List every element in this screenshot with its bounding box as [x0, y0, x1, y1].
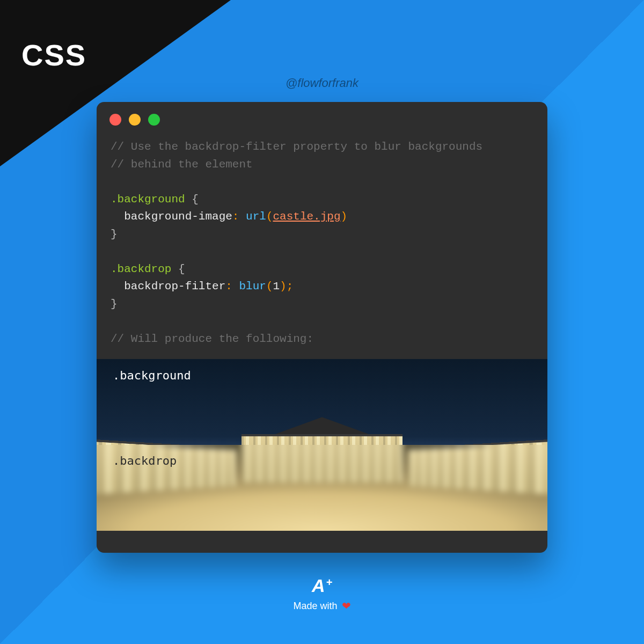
code-paren: )	[280, 280, 287, 292]
made-text: Made with	[293, 601, 337, 612]
code-property: backdrop-filter	[124, 280, 225, 292]
code-block: // Use the backdrop-filter property to b…	[97, 131, 547, 359]
code-selector: .backdrop	[111, 263, 171, 275]
code-brace: {	[178, 263, 185, 275]
code-window: // Use the backdrop-filter property to b…	[97, 102, 547, 553]
code-paren: (	[266, 210, 273, 223]
code-paren: (	[266, 280, 273, 292]
code-comment: // behind the element	[111, 158, 253, 171]
preview-image: .background .backdrop	[97, 359, 547, 531]
code-brace: }	[111, 298, 118, 310]
code-comment: // Will produce the following:	[111, 333, 313, 345]
code-func: url	[246, 210, 266, 223]
code-func: blur	[239, 280, 266, 292]
code-paren: )	[341, 210, 348, 223]
code-colon: :	[232, 210, 239, 223]
heart-icon: ❤	[342, 599, 351, 612]
code-property: background-image	[124, 210, 232, 223]
minimize-icon[interactable]	[129, 114, 141, 126]
code-comment: // Use the backdrop-filter property to b…	[111, 141, 482, 153]
code-brace: {	[192, 193, 199, 206]
code-semi: ;	[287, 280, 294, 292]
code-colon: :	[225, 280, 232, 292]
author-handle: @flowforfrank	[0, 76, 644, 90]
preview-label-backdrop: .backdrop	[113, 454, 177, 467]
code-url-arg: castle.jpg	[273, 210, 341, 223]
footer: A+ Made with ❤	[0, 575, 644, 612]
code-brace: }	[111, 228, 118, 240]
logo-letter: A	[312, 575, 325, 596]
made-with: Made with ❤	[0, 599, 644, 612]
close-icon[interactable]	[109, 114, 121, 126]
logo: A+	[312, 575, 332, 596]
window-titlebar	[97, 102, 547, 131]
corner-label: CSS	[21, 38, 86, 72]
logo-plus: +	[326, 576, 332, 589]
code-selector: .background	[111, 193, 185, 206]
preview-label-background: .background	[113, 369, 191, 382]
code-arg: 1	[273, 280, 280, 292]
maximize-icon[interactable]	[148, 114, 160, 126]
